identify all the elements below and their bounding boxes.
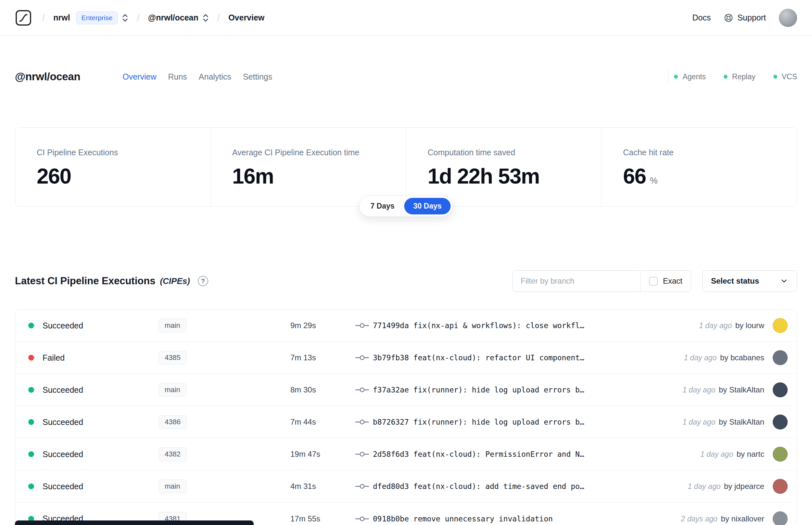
green-dot-icon xyxy=(674,75,678,79)
status-dot-icon xyxy=(28,355,34,361)
time-ago: 1 day ago xyxy=(683,386,715,394)
git-commit-icon xyxy=(355,387,369,393)
stat-computation-time-saved: Computation time saved 1d 22h 53m xyxy=(406,128,601,206)
branch-badge: main xyxy=(158,480,186,493)
stat-suffix: % xyxy=(650,176,658,186)
branch-cell: main xyxy=(158,319,275,332)
breadcrumb-workspace[interactable]: @nrwl/ocean xyxy=(148,13,198,22)
chevron-down-icon xyxy=(780,277,788,285)
duration: 17m 55s xyxy=(290,514,349,523)
support-label: Support xyxy=(737,13,766,22)
cipe-table: Succeeded main 9m 29s 771499da fix(nx-ap… xyxy=(15,309,797,525)
status-link-replay[interactable]: Replay xyxy=(724,73,755,81)
cipes-section-header: Latest CI Pipeline Executions (CIPEs) ? … xyxy=(15,270,797,292)
row-meta: 2 days ago by nixallover xyxy=(681,514,764,523)
exact-label: Exact xyxy=(663,276,683,286)
tab-runs[interactable]: Runs xyxy=(168,72,187,81)
commit-message: 771499da fix(nx-api & workflows): close … xyxy=(373,321,691,330)
branch-cell: main xyxy=(158,480,275,493)
commit-message: 2d58f6d3 feat(nx-cloud): PermissionError… xyxy=(373,450,692,459)
git-commit-icon xyxy=(355,322,369,329)
docs-link[interactable]: Docs xyxy=(692,13,711,22)
time-ago: 1 day ago xyxy=(683,418,715,426)
commit-message: b8726327 fix(runner): hide log upload er… xyxy=(373,418,675,426)
status-dot-icon xyxy=(28,322,34,328)
status-dot-icon xyxy=(28,483,34,489)
status-label: Succeeded xyxy=(43,321,158,330)
select-status-button[interactable]: Select status xyxy=(702,270,797,292)
author: by jdpearce xyxy=(724,482,764,491)
time-ago: 1 day ago xyxy=(684,354,717,362)
status-label: Succeeded xyxy=(43,385,158,395)
navbar-actions: Docs Support xyxy=(692,9,797,27)
git-commit-icon xyxy=(355,355,369,361)
app-logo-icon[interactable] xyxy=(15,10,32,26)
stat-average-execution-time: Average CI Pipeline Execution time 16m xyxy=(211,128,406,206)
breadcrumb-separator: / xyxy=(137,12,139,24)
branch-badge: 4385 xyxy=(158,351,187,364)
support-link[interactable]: Support xyxy=(724,13,766,23)
avatar xyxy=(773,415,788,430)
stat-cache-hit-rate: Cache hit rate 66% xyxy=(601,128,797,206)
exact-toggle[interactable]: Exact xyxy=(640,271,691,291)
status-link-agents[interactable]: Agents xyxy=(674,73,706,81)
exact-checkbox[interactable] xyxy=(649,277,658,286)
avatar xyxy=(773,382,788,397)
table-row[interactable]: Succeeded main 4m 31s dfed80d3 feat(nx-c… xyxy=(15,470,797,502)
range-option-30-days[interactable]: 30 Days xyxy=(404,198,451,214)
cipes-title: Latest CI Pipeline Executions xyxy=(15,275,155,287)
git-commit-icon xyxy=(355,451,369,457)
avatar xyxy=(773,447,788,462)
duration: 7m 13s xyxy=(290,353,349,362)
status-link-label: VCS xyxy=(782,73,797,81)
table-row[interactable]: Succeeded main 8m 30s f37a32ae fix(runne… xyxy=(15,374,797,406)
stat-value: 1d 22h 53m xyxy=(428,164,540,189)
tab-analytics[interactable]: Analytics xyxy=(199,72,231,81)
author: by bcabanes xyxy=(720,353,764,362)
git-commit-icon xyxy=(355,483,369,490)
breadcrumb-org[interactable]: nrwl xyxy=(53,13,70,22)
breadcrumb-separator: / xyxy=(217,12,220,24)
range-option-7-days[interactable]: 7 Days xyxy=(361,198,403,214)
time-ago: 1 day ago xyxy=(699,321,732,330)
status-label: Succeeded xyxy=(43,418,158,427)
stat-label: Cache hit rate xyxy=(623,148,784,157)
duration: 9m 29s xyxy=(290,321,349,330)
user-avatar[interactable] xyxy=(779,9,797,27)
avatar xyxy=(773,350,788,365)
row-meta: 1 day ago by nartc xyxy=(700,450,764,459)
cipes-controls: Exact Select status xyxy=(512,270,797,292)
select-status-label: Select status xyxy=(711,276,759,286)
org-switcher-chevron-icon[interactable] xyxy=(122,13,128,23)
date-range-toggle: 7 Days 30 Days xyxy=(359,196,453,217)
header-status-area: Agents Replay VCS xyxy=(669,69,797,84)
status-label: Succeeded xyxy=(43,482,158,491)
status-link-vcs[interactable]: VCS xyxy=(773,73,797,81)
stats-section: CI Pipeline Executions 260 Average CI Pi… xyxy=(15,127,797,207)
vertical-divider xyxy=(669,69,669,84)
branch-filter-input[interactable] xyxy=(513,271,640,291)
tab-settings[interactable]: Settings xyxy=(243,72,272,81)
git-commit-icon xyxy=(355,419,369,425)
table-row[interactable]: Succeeded main 9m 29s 771499da fix(nx-ap… xyxy=(15,310,797,342)
row-meta: 1 day ago by lourw xyxy=(699,321,764,330)
branch-badge: 4386 xyxy=(158,415,187,429)
duration: 7m 44s xyxy=(290,418,349,426)
status-links: Agents Replay VCS xyxy=(674,73,797,81)
table-row[interactable]: Failed 4385 7m 13s 3b79fb38 feat(nx-clou… xyxy=(15,342,797,374)
help-icon[interactable]: ? xyxy=(198,276,208,286)
tab-overview[interactable]: Overview xyxy=(122,72,156,81)
branch-cell: 4382 xyxy=(158,447,275,461)
stat-value: 66 xyxy=(623,164,646,189)
branch-cell: 4385 xyxy=(158,351,275,364)
git-commit-icon xyxy=(355,515,369,522)
enterprise-badge: Enterprise xyxy=(76,11,118,24)
commit-message: f37a32ae fix(runner): hide log upload er… xyxy=(373,386,675,394)
status-label: Succeeded xyxy=(43,450,158,459)
stat-label: Computation time saved xyxy=(428,148,588,157)
branch-badge: 4382 xyxy=(158,447,187,461)
table-row[interactable]: Succeeded 4386 7m 44s b8726327 fix(runne… xyxy=(15,406,797,438)
table-row[interactable]: Succeeded 4382 19m 47s 2d58f6d3 feat(nx-… xyxy=(15,438,797,470)
workspace-switcher-chevron-icon[interactable] xyxy=(202,13,209,23)
author: by nixallover xyxy=(721,514,764,523)
